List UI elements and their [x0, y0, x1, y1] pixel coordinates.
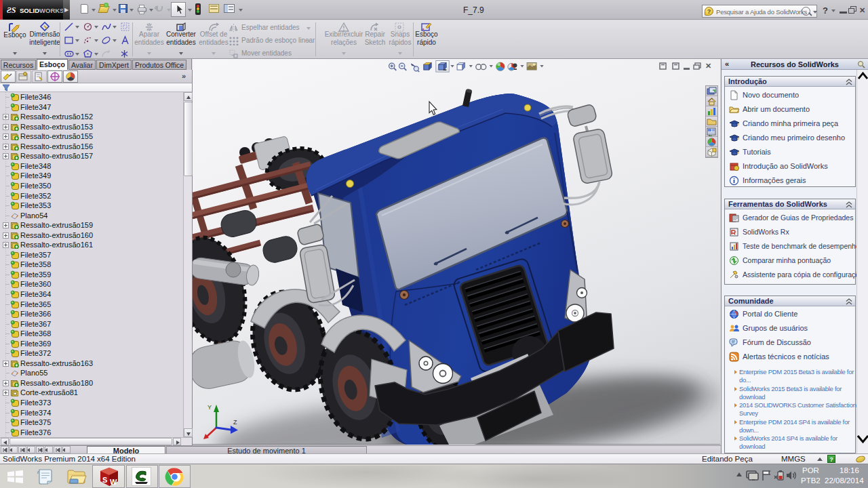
svg-text:Y: Y: [208, 404, 212, 411]
svg-text:Z: Z: [233, 419, 237, 426]
svg-text:S: S: [102, 476, 107, 484]
svg-text:W: W: [110, 478, 117, 486]
